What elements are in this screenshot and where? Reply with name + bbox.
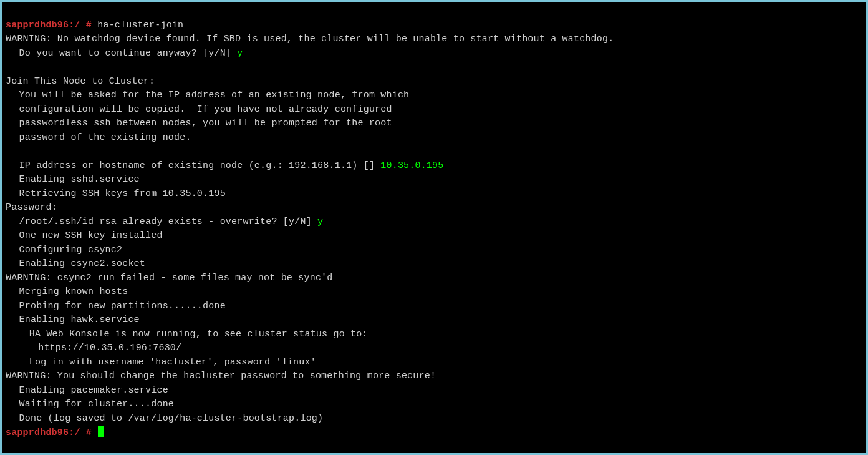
shell-prompt-1: sapprdhdb96:/ #: [6, 20, 92, 31]
probe-line: Probing for new partitions......done: [19, 300, 226, 314]
hawk-info-2: https://10.35.0.196:7630/: [38, 341, 181, 356]
warning-line-3: WARNING: You should change the hacluster…: [6, 371, 436, 381]
warning-line-2: WARNING: csync2 run failed - some files …: [6, 273, 332, 283]
join-header: Join This Node to Cluster:: [6, 76, 155, 87]
join-text-4: password of the existing node.: [19, 131, 191, 145]
join-text-3: passwordless ssh between nodes, you will…: [19, 117, 392, 131]
overwrite-answer: y: [312, 217, 323, 227]
retrieve-line: Retrieving SSH keys from 10.35.0.195: [19, 187, 226, 202]
hawk-info-3: Log in with username 'hacluster', passwo…: [29, 356, 316, 370]
join-text-1: You will be asked for the IP address of …: [19, 89, 410, 103]
terminal-window[interactable]: sapprdhdb96:/ # ha-cluster-join WARNING:…: [2, 2, 866, 453]
csync2-enable-line: Enabling csync2.socket: [19, 257, 145, 272]
hawk-info-1: HA Web Konsole is now running, to see cl…: [29, 328, 368, 342]
sshd-line: Enabling sshd.service: [19, 173, 140, 187]
merge-line: Merging known_hosts: [19, 285, 128, 300]
pacemaker-line: Enabling pacemaker.service: [19, 384, 168, 398]
hawk-line: Enabling hawk.service: [19, 313, 140, 328]
command-1: ha-cluster-join: [92, 20, 183, 31]
ip-answer: 10.35.0.195: [375, 160, 443, 171]
password-line: Password:: [6, 202, 57, 213]
continue-prompt: Do you want to continue anyway? [y/N]: [19, 47, 231, 61]
overwrite-prompt: /root/.ssh/id_rsa already exists - overw…: [19, 215, 312, 230]
continue-answer: y: [231, 48, 243, 59]
join-text-2: configuration will be copied. If you hav…: [19, 103, 392, 117]
cursor-icon: [98, 426, 104, 437]
warning-line-1: WARNING: No watchdog device found. If SB…: [6, 34, 614, 44]
sshkey-line: One new SSH key installed: [19, 229, 163, 243]
waiting-line: Waiting for cluster....done: [19, 398, 174, 412]
done-line: Done (log saved to /var/log/ha-cluster-b…: [19, 412, 324, 426]
csync2-config-line: Configuring csync2: [19, 243, 123, 258]
ip-prompt: IP address or hostname of existing node …: [19, 159, 375, 174]
shell-prompt-2: sapprdhdb96:/ #: [6, 428, 92, 438]
